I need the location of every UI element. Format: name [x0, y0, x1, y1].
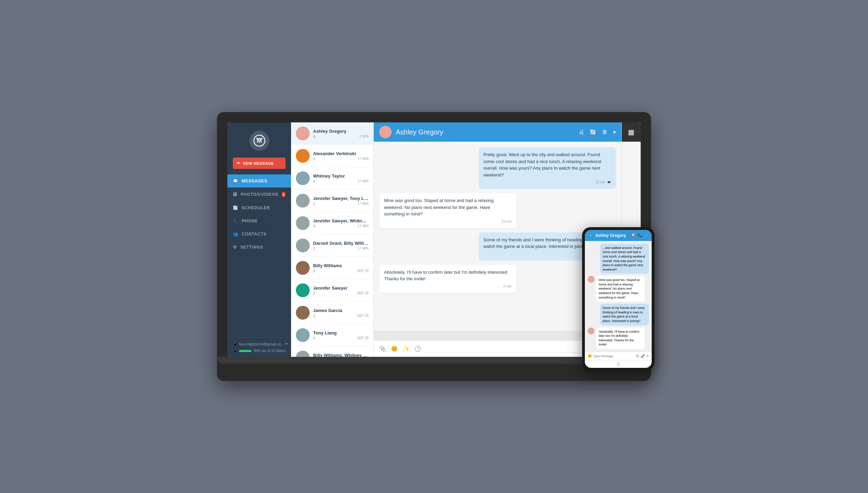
- contact-info-10: Tony Liang 5 SEP 28: [313, 330, 369, 340]
- svg-point-3: [261, 138, 262, 139]
- message-time-1: 25 min💻: [484, 180, 611, 185]
- contact-item-9[interactable]: James Garcia 2 SEP 28: [291, 302, 373, 324]
- sidebar-item-messages[interactable]: 💬 MESSAGES: [227, 174, 291, 188]
- phone-bubble-1: Mine was good too. Stayed at home and ha…: [596, 276, 645, 302]
- contact-item-2[interactable]: Alexander Verbinski 2 17 MIN: [291, 145, 373, 167]
- message-time-4: 2 min: [384, 284, 512, 289]
- contact-time-10: SEP 28: [357, 336, 369, 340]
- message-input-container: [425, 345, 602, 353]
- contact-item-3[interactable]: Whitney Taylor 9 17 MIN: [291, 167, 373, 190]
- contact-item-11[interactable]: Billy Williams, Whitney Taylor 1 SEP 28: [291, 346, 373, 357]
- contact-meta-1: 9 2 MIN: [313, 134, 369, 139]
- contact-count-3: 9: [313, 179, 315, 183]
- phone-contact-name: Ashley Gregory: [595, 233, 629, 238]
- phone-call-icon[interactable]: 📞: [638, 233, 642, 238]
- contact-meta-3: 9 17 MIN: [313, 179, 369, 183]
- chevron-icon[interactable]: ▾: [613, 129, 616, 135]
- contact-name-9: James Garcia: [313, 308, 369, 313]
- logo-icon: M: [249, 131, 269, 151]
- nav-icon-contacts: 👥: [233, 232, 238, 237]
- nav-icon-phone: 📞: [233, 219, 238, 223]
- contact-info-7: Billy Williams 9 SEP 28: [313, 263, 369, 273]
- phone-megaphone-icon[interactable]: 📢: [631, 233, 636, 238]
- contact-info-3: Whitney Taylor 9 17 MIN: [313, 173, 369, 183]
- nav-label-settings: SETTINGS: [240, 245, 263, 250]
- contact-item-5[interactable]: Jennifer Sawyer, Whitney Taylor 4 17 MIN: [291, 212, 373, 234]
- contact-item-1[interactable]: Ashley Gregory 9 2 MIN: [291, 122, 373, 145]
- contact-list: Ashley Gregory 9 2 MIN Alexander Verbins…: [291, 122, 374, 357]
- message-bubble-2: Mine was good too. Stayed at home and ha…: [379, 193, 516, 228]
- account-row[interactable]: 📱 hey.mightytext@gmail.co... ▾: [233, 342, 286, 346]
- nav-icon-scheduler: 🔄: [233, 205, 238, 210]
- message-text-2: Mine was good too. Stayed at home and ha…: [384, 197, 512, 218]
- refresh-icon[interactable]: 🔄: [590, 129, 597, 135]
- phone-messages: ...and walked around. Found some cool st…: [585, 241, 652, 352]
- phone-header-icons: 📢 📞 ⋮: [631, 233, 648, 238]
- sidebar-item-photos[interactable]: 🖼 PHOTOS/VIDEOS 1: [227, 188, 291, 201]
- emoji-icon[interactable]: 😊: [391, 345, 398, 352]
- grid-icon: ▦: [628, 128, 634, 136]
- contact-item-6[interactable]: Darnell Grant, Billy Williams 2 17 MIN: [291, 234, 373, 257]
- sidebar-item-phone[interactable]: 📞 PHONE: [227, 214, 291, 228]
- grid-button[interactable]: ▦: [622, 122, 641, 142]
- contact-name-1: Ashley Gregory: [313, 129, 369, 134]
- phone-message-input[interactable]: [593, 354, 634, 358]
- contact-count-10: 5: [313, 336, 315, 340]
- print-icon[interactable]: 🖨: [579, 129, 584, 135]
- account-icon: 📱: [233, 342, 238, 346]
- contact-name-6: Darnell Grant, Billy Williams: [313, 241, 369, 246]
- nav-icon-messages: 💬: [233, 179, 238, 183]
- sidebar-item-contacts[interactable]: 👥 CONTACTS: [227, 228, 291, 241]
- contact-item-10[interactable]: Tony Liang 5 SEP 28: [291, 324, 373, 346]
- contact-time-8: SEP 28: [357, 291, 369, 295]
- sidebar-item-settings[interactable]: ⚙ SETTINGS: [227, 241, 291, 254]
- contact-avatar-10: [296, 328, 310, 342]
- battery-fill: [239, 350, 251, 352]
- battery-text: 99% (as of 10:36pm): [254, 349, 286, 353]
- new-message-label: NEW MESSAGE: [243, 161, 274, 165]
- phone-avatar-3: [588, 328, 595, 334]
- contact-count-6: 2: [313, 246, 315, 251]
- nav-label-contacts: CONTACTS: [242, 232, 267, 237]
- contact-avatar-11: [296, 351, 310, 357]
- phone-more-icon[interactable]: ⋮: [644, 233, 648, 238]
- phone-paperclip-icon[interactable]: 📎: [635, 354, 639, 358]
- phone-smiley-icon[interactable]: 🙂: [588, 354, 592, 358]
- attach-icon[interactable]: 📎: [379, 345, 386, 352]
- contact-info-9: James Garcia 2 SEP 28: [313, 308, 369, 318]
- new-message-button[interactable]: ✏ NEW MESSAGE: [233, 158, 286, 169]
- phone-mic-icon[interactable]: 🎤: [641, 354, 645, 358]
- contact-meta-4: 2 17 MIN: [313, 202, 369, 206]
- sidebar: M ✏ NEW MESSAGE 💬 MESSAGES 🖼 PHOTOS/VIDE…: [227, 122, 291, 357]
- message-input[interactable]: [425, 345, 602, 351]
- contact-item-8[interactable]: Jennifer Sawyer 2 SEP 28: [291, 279, 373, 302]
- chat-header-name: Ashley Gregory: [396, 128, 575, 136]
- contact-info-4: Jennifer Sawyer, Tony Liang 2 17 MIN: [313, 196, 369, 206]
- edit-icon: ✏: [237, 161, 240, 165]
- phone-list-icon[interactable]: ☰: [617, 362, 620, 366]
- contact-avatar-9: [296, 306, 310, 320]
- battery-bar: [239, 350, 251, 352]
- chat-header-icons: 🖨 🔄 🗑 ▾: [579, 129, 616, 135]
- chat-input-icons: 📎 😊 ✨ 🕐: [379, 345, 421, 352]
- contact-meta-9: 2 SEP 28: [313, 314, 369, 318]
- contact-time-9: SEP 28: [357, 314, 369, 318]
- contact-time-1: 2 MIN: [359, 134, 369, 138]
- phone-input-area: 🙂 📎 🎤 ➤: [585, 352, 652, 360]
- delete-icon[interactable]: 🗑: [602, 129, 608, 135]
- contact-avatar-2: [296, 149, 310, 163]
- contact-item-4[interactable]: Jennifer Sawyer, Tony Liang 2 17 MIN: [291, 190, 373, 212]
- message-text-1: Pretty good. Went up to the city and wal…: [484, 151, 611, 178]
- sidebar-item-scheduler[interactable]: 🔄 SCHEDULER: [227, 201, 291, 214]
- contact-count-5: 4: [313, 224, 315, 228]
- message-bubble-4: Absolutely. I'll have to confirm later b…: [379, 265, 516, 293]
- phone-send-icon[interactable]: ➤: [646, 354, 649, 358]
- contact-count-8: 2: [313, 291, 315, 295]
- contact-name-11: Billy Williams, Whitney Taylor: [313, 353, 369, 357]
- contact-item-7[interactable]: Billy Williams 9 SEP 28: [291, 257, 373, 279]
- clock-icon[interactable]: 🕐: [414, 345, 421, 352]
- contact-time-3: 17 MIN: [358, 179, 369, 183]
- phone-back-icon[interactable]: ←: [588, 233, 593, 238]
- magic-icon[interactable]: ✨: [403, 345, 410, 352]
- message-time-2: 23 min: [384, 219, 512, 224]
